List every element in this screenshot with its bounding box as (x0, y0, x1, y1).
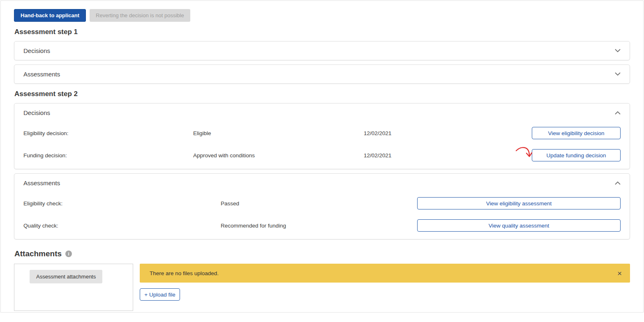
action-cell: Update funding decision (532, 149, 621, 161)
step2-decisions-panel: Decisions Eligibility decision: Eligible… (14, 103, 630, 169)
info-icon[interactable]: i (65, 251, 72, 257)
step2-assessments-header[interactable]: Assessments (14, 174, 630, 192)
row-value: Recommended for funding (221, 223, 417, 229)
row-date: 12/02/2021 (364, 130, 532, 136)
panel-label: Decisions (23, 109, 50, 116)
action-cell: View eligibility decision (532, 127, 621, 139)
decision-row: Funding decision: Approved with conditio… (14, 144, 630, 166)
toolbar: Hand-back to applicant Reverting the dec… (14, 9, 630, 22)
attachments-title: Attachments i (14, 249, 630, 258)
row-value: Eligible (193, 130, 364, 136)
row-label: Funding decision: (23, 152, 193, 159)
assessment-page: Hand-back to applicant Reverting the dec… (0, 0, 644, 313)
assessment-row: Quality check: Recommended for funding V… (14, 214, 630, 237)
step2-title: Assessment step 2 (14, 90, 630, 98)
row-label: Eligibility check: (23, 200, 221, 207)
step2-assessments-panel: Assessments Eligibility check: Passed Vi… (14, 173, 630, 239)
row-date: 12/02/2021 (364, 152, 532, 159)
row-label: Quality check: (23, 223, 221, 229)
revert-disabled-button: Reverting the decision is not possible (90, 9, 190, 22)
step1-assessments-header[interactable]: Assessments (14, 65, 630, 83)
update-funding-decision-button[interactable]: Update funding decision (532, 149, 621, 161)
chevron-up-icon[interactable] (615, 111, 621, 115)
panel-label: Assessments (23, 71, 60, 78)
attachments-section: Assessment attachments There are no file… (14, 264, 630, 311)
assessment-row: Eligibility check: Passed View eligibili… (14, 192, 630, 214)
attachments-title-text: Attachments (14, 249, 62, 258)
chevron-up-icon[interactable] (615, 181, 621, 185)
handback-button[interactable]: Hand-back to applicant (14, 9, 86, 22)
no-files-message: There are no files uploaded. (150, 270, 615, 276)
step1-decisions-panel: Decisions (14, 41, 630, 60)
chevron-down-icon[interactable] (615, 72, 621, 76)
step2-decisions-body: Eligibility decision: Eligible 12/02/202… (14, 122, 630, 169)
step2-decisions-header[interactable]: Decisions (14, 104, 630, 122)
assessment-attachments-tab[interactable]: Assessment attachments (30, 270, 102, 283)
panel-label: Assessments (23, 179, 60, 186)
attachments-content: There are no files uploaded. × + Upload … (140, 264, 630, 301)
row-value: Approved with conditions (193, 152, 364, 159)
step1-decisions-header[interactable]: Decisions (14, 41, 630, 60)
upload-file-button[interactable]: + Upload file (140, 288, 180, 301)
row-label: Eligibility decision: (23, 130, 193, 136)
view-quality-assessment-button[interactable]: View quality assessment (417, 219, 621, 232)
view-eligibility-decision-button[interactable]: View eligibility decision (532, 127, 621, 139)
step2-assessments-body: Eligibility check: Passed View eligibili… (14, 192, 630, 239)
no-files-banner: There are no files uploaded. × (140, 264, 630, 283)
attachments-tab-box: Assessment attachments (14, 264, 133, 311)
step1-assessments-panel: Assessments (14, 64, 630, 84)
panel-label: Decisions (23, 47, 50, 54)
view-eligibility-assessment-button[interactable]: View eligibility assessment (417, 197, 621, 209)
row-value: Passed (221, 200, 417, 207)
chevron-down-icon[interactable] (615, 49, 621, 53)
step1-title: Assessment step 1 (14, 28, 630, 36)
close-icon[interactable]: × (615, 269, 624, 278)
decision-row: Eligibility decision: Eligible 12/02/202… (14, 122, 630, 144)
